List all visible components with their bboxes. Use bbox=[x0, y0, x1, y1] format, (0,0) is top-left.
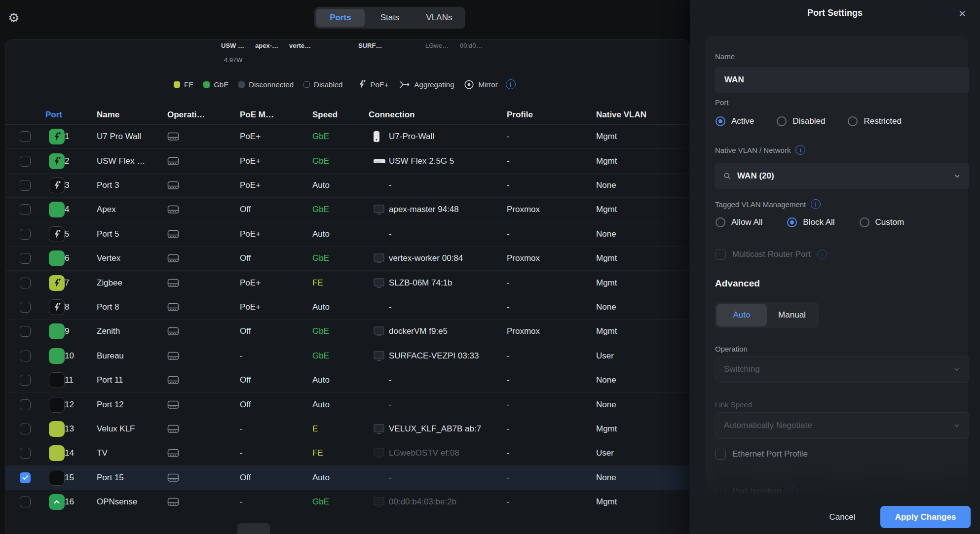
poe-green-port-icon bbox=[49, 129, 65, 144]
port-number: 5 bbox=[65, 229, 69, 239]
radio-icon bbox=[787, 217, 797, 227]
column-header-poem[interactable]: PoE M… bbox=[240, 110, 274, 120]
table-row[interactable]: 9 Zenith Off GbE dockerVM f9:e5 Proxmox … bbox=[5, 320, 690, 344]
table-row[interactable]: 1 U7 Pro Wall PoE+ GbE U7-Pro-Wall - Mgm… bbox=[5, 125, 690, 149]
name-input[interactable]: WAN bbox=[715, 67, 969, 93]
column-header-name[interactable]: Name bbox=[97, 110, 119, 120]
row-checkbox[interactable] bbox=[20, 302, 31, 313]
profile: - bbox=[507, 351, 510, 361]
legend-item-disconnected: Disconnected bbox=[238, 80, 294, 89]
legend-label: GbE bbox=[214, 80, 228, 89]
column-header-port[interactable]: Port bbox=[45, 110, 62, 120]
row-checkbox[interactable] bbox=[20, 131, 31, 142]
table-row[interactable]: 11 Port 11 Off Auto - - None bbox=[5, 368, 690, 392]
tab-vlans[interactable]: VLANs bbox=[415, 9, 463, 27]
legend-item-mirror: Mirror bbox=[464, 79, 497, 90]
row-checkbox[interactable] bbox=[20, 497, 31, 507]
connection-name: apex-master 94:48 bbox=[389, 205, 459, 214]
native-vlan: Mgmt bbox=[596, 205, 617, 214]
info-icon[interactable]: i bbox=[811, 199, 821, 209]
column-header-operati[interactable]: Operati… bbox=[167, 110, 205, 120]
row-checkbox[interactable] bbox=[20, 180, 31, 191]
port-number: 3 bbox=[65, 180, 69, 190]
port-isolation-row[interactable]: Port Isolation i bbox=[715, 486, 797, 497]
client-device-icon bbox=[373, 278, 385, 288]
row-checkbox[interactable] bbox=[20, 399, 31, 410]
row-checkbox[interactable] bbox=[20, 472, 31, 483]
column-header-profile[interactable]: Profile bbox=[507, 110, 533, 120]
lime-port-icon bbox=[49, 421, 65, 437]
cancel-button[interactable]: Cancel bbox=[820, 510, 865, 524]
table-row[interactable]: 5 Port 5 PoE+ Auto - - None bbox=[5, 222, 690, 247]
poe-mode: Off bbox=[240, 473, 251, 483]
port-state-disabled[interactable]: Disabled bbox=[777, 116, 825, 126]
link-speed: FE bbox=[312, 448, 323, 458]
mode-toggle-auto[interactable]: Auto bbox=[716, 304, 767, 326]
tagged-vlan-allow-all[interactable]: Allow All bbox=[716, 217, 762, 227]
tab-ports[interactable]: Ports bbox=[316, 9, 365, 27]
ethernet-port-profile-row[interactable]: Ethernet Port Profile bbox=[715, 449, 808, 460]
tab-stats[interactable]: Stats bbox=[366, 9, 414, 27]
native-vlan: None bbox=[596, 473, 616, 483]
info-icon[interactable]: i bbox=[795, 145, 805, 155]
link-speed: Auto bbox=[312, 473, 330, 483]
apply-changes-button[interactable]: Apply Changes bbox=[880, 506, 971, 528]
table-row[interactable]: 8 Port 8 PoE+ Auto - - None bbox=[5, 295, 690, 320]
table-row[interactable]: 14 TV - FE LGwebOSTV ef:08 - User bbox=[5, 441, 690, 465]
close-icon[interactable]: ✕ bbox=[955, 7, 969, 21]
table-row[interactable]: 3 Port 3 PoE+ Auto - - None bbox=[5, 174, 690, 198]
poe-mode: PoE+ bbox=[240, 278, 261, 288]
table-row[interactable]: 10 Bureau - GbE SURFACE-VEZPI 03:33 - Us… bbox=[5, 344, 690, 368]
poe-power-value: 4.97W bbox=[224, 56, 243, 64]
table-row[interactable]: 12 Port 12 Off Auto - - None bbox=[5, 392, 690, 417]
settings-gear-icon[interactable]: ⚙ bbox=[6, 10, 21, 25]
mirror-icon bbox=[464, 79, 474, 90]
device-port-label: verte… bbox=[289, 42, 311, 49]
switch-device-icon bbox=[167, 399, 180, 410]
mode-toggle-manual[interactable]: Manual bbox=[767, 304, 817, 326]
profile: - bbox=[507, 375, 510, 385]
row-checkbox[interactable] bbox=[20, 448, 31, 459]
column-header-speed[interactable]: Speed bbox=[312, 110, 338, 120]
radio-icon bbox=[777, 116, 787, 126]
client-device-icon bbox=[373, 253, 385, 264]
table-row[interactable]: 6 Vertex Off GbE vertex-worker 00:84 Pro… bbox=[5, 247, 690, 271]
table-row[interactable]: 16 OPNsense - GbE 00:d0:b4:03:be:2b - Mg… bbox=[5, 490, 690, 514]
row-checkbox[interactable] bbox=[20, 204, 31, 215]
port-isolation-checkbox[interactable] bbox=[715, 486, 726, 497]
native-vlan: None bbox=[596, 375, 616, 385]
info-icon[interactable]: i bbox=[506, 79, 516, 89]
radio-label: Restricted bbox=[864, 116, 902, 126]
port-state-active[interactable]: Active bbox=[716, 116, 754, 126]
row-checkbox[interactable] bbox=[20, 375, 31, 386]
row-checkbox[interactable] bbox=[20, 326, 31, 337]
switch-device-icon bbox=[167, 326, 180, 337]
table-row[interactable]: 7 Zigbee PoE+ FE SLZB-06M 74:1b - Mgmt bbox=[5, 271, 690, 295]
connection-name: - bbox=[389, 473, 392, 483]
port-name: Velux KLF bbox=[97, 424, 135, 434]
profile: - bbox=[507, 400, 510, 410]
row-checkbox[interactable] bbox=[20, 278, 31, 288]
connection-name: VELUX_KLF_AB7B ab:7 bbox=[389, 424, 481, 434]
table-row[interactable]: 13 Velux KLF - E VELUX_KLF_AB7B ab:7 - M… bbox=[5, 417, 690, 441]
port-name: Port 8 bbox=[97, 302, 119, 312]
native-vlan-select[interactable]: WAN (20) bbox=[715, 163, 969, 189]
tagged-vlan-custom[interactable]: Custom bbox=[860, 217, 905, 227]
port-state-restricted[interactable]: Restricted bbox=[848, 116, 902, 126]
row-checkbox[interactable] bbox=[20, 424, 31, 434]
legend-item-info[interactable]: i bbox=[506, 79, 516, 89]
tagged-vlan-block-all[interactable]: Block All bbox=[787, 217, 834, 227]
table-row[interactable]: 2 USW Flex … PoE+ GbE USW Flex 2.5G 5 - … bbox=[5, 149, 690, 173]
advanced-heading: Advanced bbox=[715, 278, 760, 289]
column-header-nativevlan[interactable]: Native VLAN bbox=[596, 110, 646, 120]
row-checkbox[interactable] bbox=[20, 229, 31, 240]
pagination-stub[interactable] bbox=[237, 523, 270, 534]
table-row[interactable]: 15 Port 15 Off Auto - - None bbox=[5, 466, 690, 490]
ethernet-port-profile-checkbox[interactable] bbox=[715, 449, 726, 460]
row-checkbox[interactable] bbox=[20, 351, 31, 361]
row-checkbox[interactable] bbox=[20, 156, 31, 167]
link-speed: GbE bbox=[312, 326, 329, 336]
table-row[interactable]: 4 Apex Off GbE apex-master 94:48 Proxmox… bbox=[5, 198, 690, 222]
column-header-connection[interactable]: Connection bbox=[369, 110, 415, 120]
row-checkbox[interactable] bbox=[20, 253, 31, 264]
